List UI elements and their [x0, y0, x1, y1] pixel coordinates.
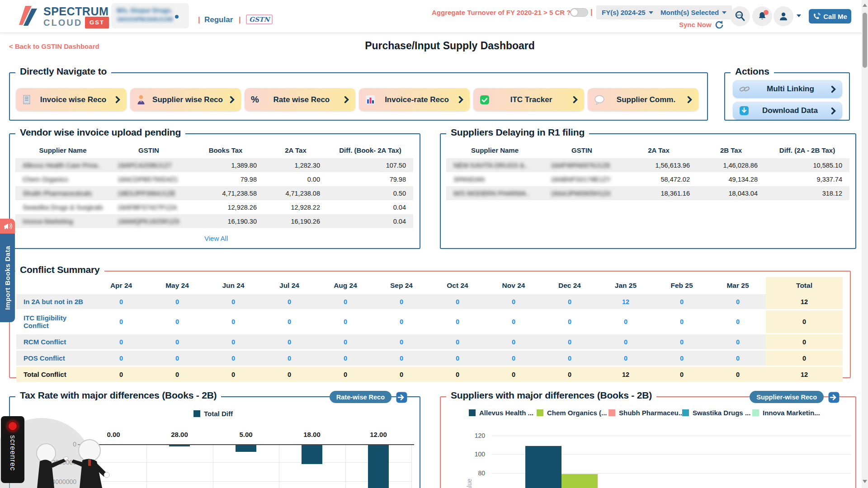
sidebar-tab-import-books-data[interactable]: Import Books Data [0, 234, 15, 322]
conflict-count-link[interactable]: 12 [598, 294, 654, 310]
supplier-name: Allevus Health Care Priva.. [23, 162, 101, 169]
aggregate-turnover-toggle[interactable] [570, 8, 588, 17]
fy-selector[interactable]: FY(s) 2024-25 [596, 5, 659, 19]
scrollbar[interactable] [862, 0, 868, 488]
supplier-name: NEW KAVITA DRUGS &.. [453, 162, 528, 169]
conflict-count-link[interactable]: 0 [149, 310, 205, 334]
conflict-count-link[interactable]: 0 [317, 350, 373, 366]
conflict-count-link[interactable]: 0 [429, 350, 486, 366]
profile-chevron-down-icon[interactable] [797, 14, 801, 17]
tax-2a: 4,71,238.08 [264, 186, 327, 200]
conflict-count-link[interactable]: 0 [654, 294, 710, 310]
sync-now-link[interactable]: Sync Now [679, 21, 712, 28]
record-dot-icon [7, 421, 18, 432]
notifications-button[interactable] [752, 6, 772, 26]
conflict-count-link[interactable]: 0 [598, 334, 654, 350]
refresh-icon[interactable] [714, 20, 724, 30]
invoice-rate-reco-button[interactable]: Invoice-rate Reco [359, 88, 470, 111]
scroll-down-arrow[interactable] [863, 480, 867, 483]
conflict-count-link[interactable]: 0 [373, 334, 429, 350]
conflict-count-link[interactable]: 0 [542, 334, 598, 350]
profile-button[interactable] [774, 6, 793, 26]
scrollbar-thumb[interactable] [863, 13, 867, 68]
company-name: M/s. Dispur Drugs. [117, 6, 184, 15]
books-tax: 79.98 [187, 172, 264, 186]
supplier-comm-button[interactable]: Supplier Comm. [588, 88, 698, 111]
rate-wise-reco-pill-button[interactable]: Rate-wise Reco [330, 391, 392, 403]
conflict-count-link[interactable]: 0 [205, 350, 261, 366]
gstin-info-dot[interactable] [175, 15, 179, 19]
month-selector[interactable]: Month(s) Selected [655, 5, 732, 19]
view-all-link[interactable]: View All [204, 235, 228, 242]
link-icon [739, 84, 750, 94]
conflict-count-link[interactable]: 0 [93, 334, 149, 350]
legend-label: Total Diff [204, 410, 233, 418]
conflict-count-link[interactable]: 0 [261, 334, 317, 350]
speech-bubble-icon [594, 95, 605, 105]
conflict-count-link[interactable]: 0 [429, 294, 486, 310]
conflict-count-link[interactable]: 0 [710, 334, 766, 350]
conflict-count-link[interactable]: 0 [710, 350, 766, 366]
call-me-button[interactable]: Call Me [809, 9, 851, 23]
conflict-count-link[interactable]: 0 [373, 350, 429, 366]
conflict-count-link[interactable]: 0 [317, 294, 373, 310]
conflict-count-link[interactable]: 0 [373, 310, 429, 334]
conflict-count-link[interactable]: 0 [261, 350, 317, 366]
announcement-button[interactable] [0, 219, 15, 234]
conflict-count-link[interactable]: 0 [654, 310, 710, 334]
conflict-count-link[interactable]: 0 [261, 294, 317, 310]
chevron-right-icon [687, 96, 692, 103]
conflict-count-link[interactable]: 0 [205, 334, 261, 350]
multi-linking-button[interactable]: Multi Linking [733, 80, 842, 98]
conflict-count-link[interactable]: 0 [598, 350, 654, 366]
table-row: Shubh Pharmaceuticals 18ESJPP3964J1ZE 4,… [15, 186, 413, 200]
conflict-count-link[interactable]: 0 [261, 310, 317, 334]
conflict-count-link[interactable]: 0 [93, 294, 149, 310]
download-icon [739, 106, 749, 116]
conflict-count-link[interactable]: 0 [710, 294, 766, 310]
diff: 107.50 [327, 158, 413, 172]
conflict-count-link[interactable]: 0 [149, 294, 205, 310]
conflict-count-link[interactable]: 0 [149, 350, 205, 366]
conflict-count-link[interactable]: 0 [486, 294, 542, 310]
conflict-count-link[interactable]: 0 [93, 350, 149, 366]
itc-tracker-button[interactable]: ITC Tracker [473, 88, 584, 111]
supplier-gstin: 18ESJPP3964J1ZE [118, 190, 175, 197]
scroll-up-arrow[interactable] [863, 4, 867, 7]
conflict-count-link[interactable]: 0 [205, 294, 261, 310]
logo-text-2: CLOUD [43, 18, 82, 28]
supplier-wise-reco-pill-button[interactable]: Supplier-wise Reco [750, 391, 824, 403]
chevron-right-icon [230, 96, 235, 103]
conflict-count-link[interactable]: 0 [429, 310, 486, 334]
conflict-count-link[interactable]: 0 [205, 310, 261, 334]
conflict-count-link[interactable]: 0 [149, 334, 205, 350]
conflict-count-link[interactable]: 0 [317, 334, 373, 350]
conflict-count-link[interactable]: 0 [710, 310, 766, 334]
export-icon[interactable] [828, 391, 840, 404]
supplier-wise-reco-button[interactable]: Supplier wise Reco [130, 88, 241, 111]
conflict-count-link[interactable]: 0 [93, 310, 149, 334]
invoice-wise-reco-button[interactable]: Invoice wise Reco [16, 88, 127, 111]
conflict-count-link[interactable]: 0 [654, 334, 710, 350]
conflict-count-link[interactable]: 0 [654, 350, 710, 366]
supplier-name: Innova Marketing [23, 218, 73, 225]
section-title: Suppliers Delaying in R1 filing [446, 127, 589, 138]
column-header: Supplier Name [15, 142, 110, 158]
conflict-count-link[interactable]: 0 [598, 310, 654, 334]
conflict-count-link[interactable]: 0 [317, 310, 373, 334]
conflict-count-link[interactable]: 0 [373, 294, 429, 310]
download-data-button[interactable]: Download Data [733, 102, 842, 120]
conflict-count-link[interactable]: 0 [542, 294, 598, 310]
conflict-row-total: 0 [766, 350, 843, 366]
conflict-count-link[interactable]: 0 [429, 334, 486, 350]
export-icon[interactable] [396, 391, 408, 404]
conflict-count-link[interactable]: 0 [486, 310, 542, 334]
logo: SPECTRUM CLOUD GST [43, 6, 109, 28]
conflict-count-link[interactable]: 0 [486, 334, 542, 350]
conflict-count-link[interactable]: 0 [542, 310, 598, 334]
gstin-search-button[interactable]: GSTIN [730, 6, 750, 26]
button-label: Supplier wise Reco [146, 95, 230, 104]
conflict-count-link[interactable]: 0 [486, 350, 542, 366]
conflict-count-link[interactable]: 0 [542, 350, 598, 366]
rate-wise-reco-button[interactable]: % Rate wise Reco [245, 88, 355, 111]
